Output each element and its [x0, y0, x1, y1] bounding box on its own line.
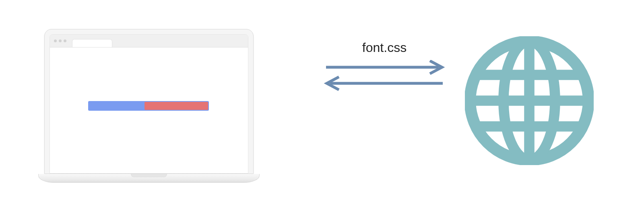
- double-arrow-icon: [318, 60, 451, 96]
- progress-bar: [88, 101, 209, 111]
- window-controls-icon: [54, 39, 66, 42]
- request-arrows: font.css: [318, 40, 451, 96]
- progress-bar-fill: [144, 102, 208, 110]
- browser-tab: [72, 39, 112, 47]
- laptop-screen-bezel: [44, 29, 254, 174]
- laptop-browser: [38, 29, 260, 183]
- browser-chrome: [50, 35, 248, 48]
- browser-viewport: [50, 48, 248, 173]
- globe-icon: [465, 36, 594, 165]
- request-label: font.css: [318, 40, 451, 55]
- laptop-base: [38, 174, 260, 183]
- laptop-notch: [131, 174, 167, 177]
- browser-window: [50, 34, 248, 174]
